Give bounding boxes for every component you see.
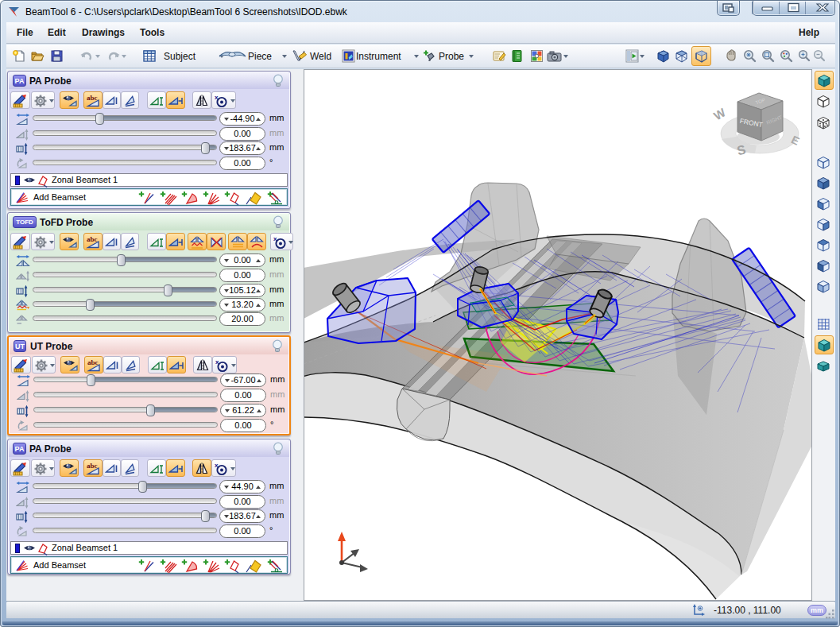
- svg-text:W: W: [711, 105, 728, 122]
- svg-text:abc: abc: [87, 358, 99, 366]
- svg-text:abc: abc: [87, 462, 98, 470]
- svg-text:abc: abc: [87, 235, 98, 243]
- svg-text:abc: abc: [87, 94, 98, 102]
